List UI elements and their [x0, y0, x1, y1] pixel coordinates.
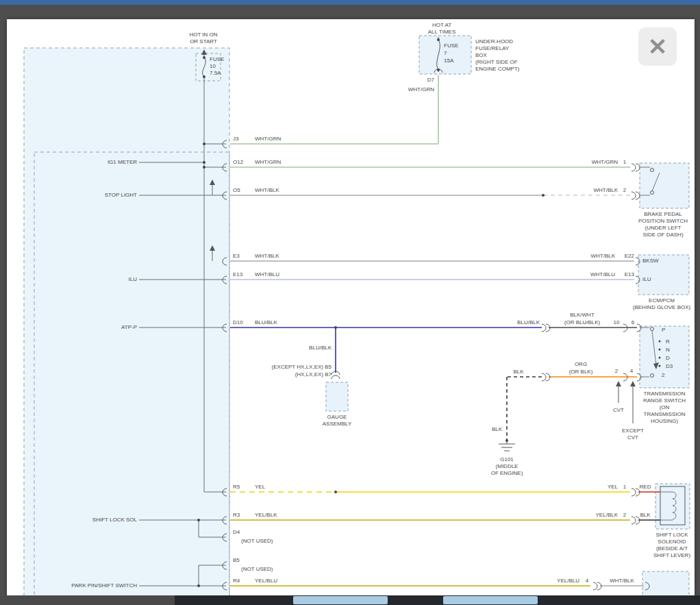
transmission-range-switch-box [640, 326, 689, 388]
toolbar-button-1[interactable] [293, 596, 388, 604]
junction-o12 [203, 166, 205, 169]
fuse10-top-dot [203, 56, 205, 59]
fuse7-bottom-dot [437, 69, 440, 71]
junction-ground [505, 439, 508, 442]
junction-yel [334, 491, 337, 493]
junction-r4-b5 [197, 584, 200, 587]
close-icon: ✕ [648, 33, 668, 60]
toolbar-button-2[interactable] [443, 596, 538, 604]
except-cvt-arrow [630, 381, 636, 386]
range-dot-d [659, 357, 661, 359]
inline-connector-icons [542, 324, 550, 381]
junction-ig1 [203, 161, 205, 164]
left-outer-component-box [24, 48, 229, 597]
close-button[interactable]: ✕ [638, 27, 677, 66]
diagram-viewer: { "ui": { "icons": { "close": "✕" } }, "… [0, 0, 700, 605]
junction-whtblk [542, 194, 545, 197]
wire-wht-blk [230, 195, 644, 586]
wire-blk-ground [507, 377, 542, 441]
wire-wht-grn [230, 75, 630, 167]
underhood-fuse-box [419, 36, 471, 74]
cvt-arrow [616, 381, 621, 386]
ecm-pcm-box [638, 255, 689, 295]
bottom-toolbar [0, 595, 700, 605]
vertical-connector-icons [332, 69, 442, 379]
brake-pedal-switch-box [640, 163, 689, 208]
ground-g101-icon [499, 441, 515, 451]
variant-arrow-stems [618, 385, 633, 423]
junction-r3-d4 [197, 519, 200, 521]
toolbar-strip [175, 595, 700, 605]
range-dot-r [659, 341, 661, 343]
fuse7-top-dot [437, 38, 440, 41]
gauge-assembly-box [326, 382, 348, 411]
junction-j3 [203, 143, 205, 145]
wire-blu-blk [230, 328, 542, 373]
fuse10-bottom-dot [203, 75, 205, 78]
range-dot-n [659, 349, 661, 351]
wiring-diagram-svg [0, 0, 700, 605]
junction-blublk [334, 326, 337, 329]
range-dot-d3 [659, 365, 661, 367]
